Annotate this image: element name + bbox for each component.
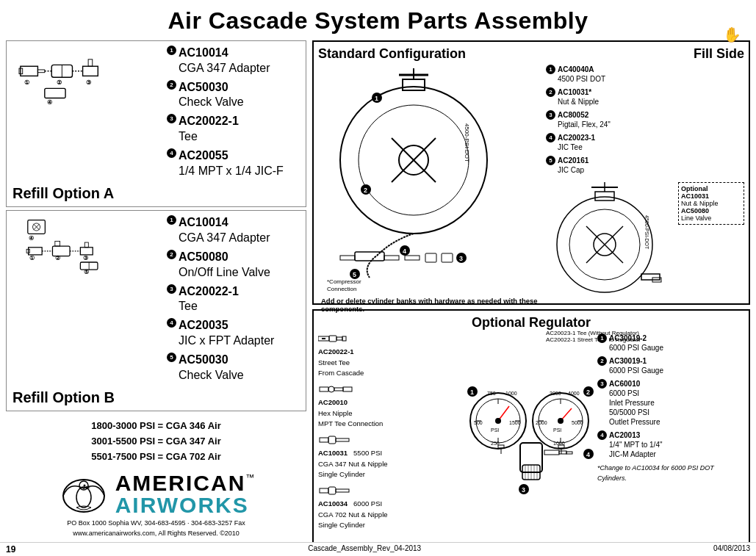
opt-reg-note: *Change to AC10034 for 6000 PSI DOT Cyli…: [597, 463, 744, 483]
refill-a-label: Refill Option A: [12, 185, 300, 202]
fill-side-svg: 4500-PSI-DOT: [546, 178, 663, 325]
svg-text:5000: 5000: [572, 420, 583, 425]
refill-a-parts: 1 AC10014CGA 347 Adapter 2 AC50030Check …: [167, 46, 300, 182]
svg-rect-84: [320, 438, 328, 442]
svg-text:Connection: Connection: [327, 286, 356, 292]
logo-eagle-icon: [58, 474, 109, 514]
svg-rect-51: [384, 256, 399, 260]
logo-footer-line2: www.americanairworks.com, All Rights Res…: [73, 530, 240, 537]
left-column: ① ② ③ ④: [6, 40, 306, 554]
svg-rect-86: [336, 438, 349, 441]
logo-american-text: AMERICAN: [115, 472, 246, 494]
svg-rect-53: [425, 253, 436, 262]
svg-rect-66: [595, 192, 614, 201]
cursor-icon: ✋: [723, 26, 741, 43]
page-title: Air Cascade System Parts Assembly: [0, 0, 756, 40]
svg-rect-83: [343, 387, 352, 391]
svg-rect-52: [405, 256, 420, 260]
svg-rect-2: [37, 70, 44, 73]
svg-rect-12: [45, 88, 65, 98]
refill-b-parts: 1 AC10014CGA 347 Adapter 2 AC50080On/Off…: [167, 215, 300, 386]
std-config-diagram: 1 2: [318, 65, 546, 295]
svg-text:2: 2: [586, 389, 590, 396]
svg-text:3000: 3000: [550, 391, 561, 396]
svg-rect-26: [84, 242, 88, 248]
svg-text:3: 3: [522, 486, 525, 494]
svg-text:②: ②: [57, 79, 62, 86]
psi-ranges: 1800-3000 PSI = CGA 346 Air 3001-5500 PS…: [6, 419, 306, 464]
refill-b-label: Refill Option B: [12, 389, 300, 406]
svg-text:PSI: PSI: [553, 427, 561, 433]
doc-name: Cascade_Assembly_Rev_04-2013: [308, 544, 421, 555]
svg-rect-138: [559, 451, 566, 454]
svg-text:3: 3: [459, 255, 463, 262]
svg-rect-89: [336, 489, 349, 492]
svg-text:4500-PSI-DOT: 4500-PSI-DOT: [464, 123, 470, 162]
svg-rect-76: [322, 338, 325, 339]
svg-rect-19: [29, 248, 43, 255]
logo-airworks-text: AIRWORKS: [115, 494, 255, 516]
refill-b-diagram: ④ ① ② ③ ⑤: [12, 215, 167, 274]
refill-option-b-box: ④ ① ② ③ ⑤: [6, 210, 306, 411]
svg-point-97: [495, 418, 501, 424]
svg-text:4: 4: [403, 248, 406, 255]
svg-rect-81: [328, 386, 334, 392]
svg-rect-139: [566, 452, 572, 454]
svg-text:5: 5: [353, 271, 356, 278]
opt-reg-left: AC20022-1 Street Tee From Cascade: [318, 333, 465, 544]
svg-rect-77: [329, 336, 336, 342]
opt-reg-right: 1 AC30019-26000 PSI Gauge 2 AC30019-1600…: [597, 333, 744, 544]
svg-text:2000: 2000: [536, 420, 547, 425]
refill-a-diagram: ① ② ③ ④: [12, 46, 167, 104]
svg-text:③: ③: [86, 79, 91, 86]
svg-text:4: 4: [586, 451, 590, 458]
svg-text:2: 2: [364, 187, 367, 194]
svg-text:③: ③: [83, 255, 88, 261]
svg-text:④: ④: [29, 235, 34, 242]
page-number: 19: [6, 544, 15, 555]
svg-rect-87: [320, 488, 328, 493]
svg-text:④: ④: [47, 98, 52, 104]
page-footer: 19 Cascade_Assembly_Rev_04-2013 04/08/20…: [0, 542, 756, 556]
svg-rect-7: [83, 66, 98, 76]
svg-text:4500-PSI-DOT: 4500-PSI-DOT: [644, 215, 649, 250]
svg-text:750: 750: [487, 391, 496, 396]
svg-point-36: [83, 485, 85, 487]
svg-text:4000: 4000: [568, 391, 580, 396]
svg-text:1500: 1500: [509, 420, 521, 425]
logo-footer-line1: PO Box 1000 Sophia WV, 304-683-4595 · 30…: [67, 519, 245, 527]
opt-reg-center: 750 1000 500 1500 250 PSI: [465, 333, 597, 544]
svg-rect-85: [328, 436, 336, 444]
optional-box: Optional AC10031 Nut & Nipple AC50080 Li…: [678, 182, 744, 225]
svg-point-111: [558, 418, 564, 424]
standard-config-box: Standard Configuration Fill Side: [312, 40, 750, 305]
opt-reg-title: Optional Regulator: [318, 315, 744, 331]
refill-option-a-box: ① ② ③ ④: [6, 40, 306, 207]
svg-rect-39: [403, 79, 425, 90]
svg-rect-23: [55, 242, 60, 247]
svg-text:1000: 1000: [505, 391, 517, 396]
svg-rect-50: [340, 256, 355, 260]
cylinder-svg: 1 2: [318, 65, 539, 292]
svg-rect-72: [641, 274, 660, 280]
svg-text:⑤: ⑤: [84, 269, 89, 274]
svg-rect-79: [342, 336, 346, 341]
std-config-right: 1 AC40040A4500 PSI DOT 2 AC10031*Nut & N…: [546, 65, 744, 295]
svg-text:①: ①: [24, 79, 29, 86]
svg-rect-8: [88, 59, 93, 66]
svg-rect-0: [21, 66, 38, 76]
svg-rect-82: [334, 388, 343, 391]
svg-rect-80: [320, 387, 328, 391]
svg-rect-88: [328, 487, 336, 494]
std-config-title: Standard Configuration: [318, 46, 466, 62]
logo-area: AMERICAN ™ AIRWORKS PO Box 1000 Sophia W…: [6, 472, 306, 537]
svg-text:1: 1: [470, 389, 474, 396]
svg-rect-54: [442, 253, 453, 262]
svg-text:*Compressor: *Compressor: [327, 278, 361, 285]
svg-rect-137: [544, 450, 559, 455]
fill-side-title: Fill Side: [694, 46, 744, 62]
svg-text:①: ①: [29, 255, 35, 261]
svg-text:PSI: PSI: [491, 427, 499, 433]
svg-text:②: ②: [55, 255, 60, 261]
regulator-svg: 750 1000 500 1500 250 PSI: [465, 380, 597, 498]
